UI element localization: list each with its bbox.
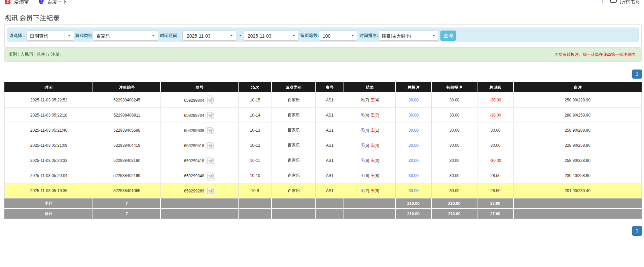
svg-text:du: du: [40, 1, 43, 3]
